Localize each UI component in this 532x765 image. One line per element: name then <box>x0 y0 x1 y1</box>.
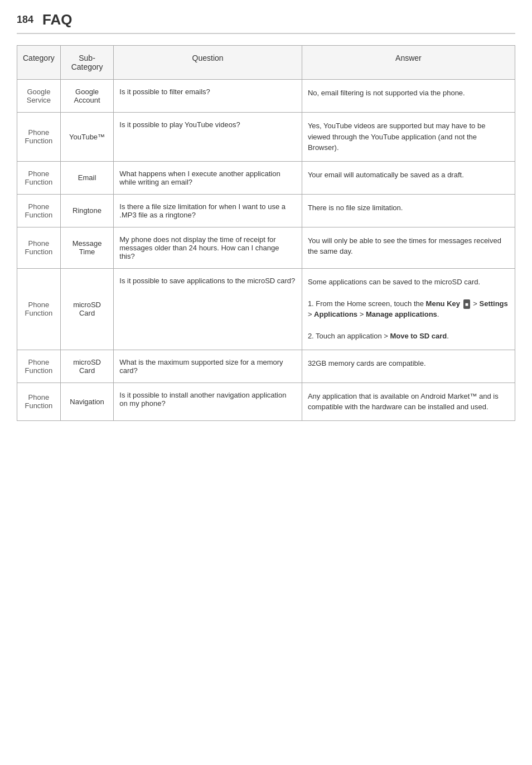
cell-answer: You will only be able to see the times f… <box>302 227 515 268</box>
faq-table: Category Sub-Category Question Answer Go… <box>17 45 515 421</box>
cell-question: My phone does not display the time of re… <box>114 227 302 268</box>
cell-category: Phone Function <box>17 227 61 268</box>
cell-subcategory: microSD Card <box>60 350 113 382</box>
table-row: Phone FunctionmicroSD CardWhat is the ma… <box>17 350 515 382</box>
table-header-row: Category Sub-Category Question Answer <box>17 46 515 80</box>
page-title: FAQ <box>42 11 72 28</box>
menu-key-icon: ■ <box>463 299 470 309</box>
table-row: Phone FunctionMessage TimeMy phone does … <box>17 227 515 268</box>
col-header-answer: Answer <box>302 46 515 80</box>
cell-category: Phone Function <box>17 113 61 162</box>
table-row: Phone FunctionEmailWhat happens when I e… <box>17 161 515 194</box>
cell-question: Is it possible to filter emails? <box>114 80 302 113</box>
cell-question: Is it possible to save applications to t… <box>114 268 302 350</box>
cell-category: Phone Function <box>17 194 61 227</box>
cell-answer: Any application that is available on And… <box>302 382 515 420</box>
cell-question: What happens when I execute another appl… <box>114 161 302 194</box>
cell-subcategory: microSD Card <box>60 268 113 350</box>
cell-answer: Yes, YouTube videos are supported but ma… <box>302 113 515 162</box>
cell-answer: Your email will automatically be saved a… <box>302 161 515 194</box>
table-row: Google ServiceGoogle AccountIs it possib… <box>17 80 515 113</box>
page-header: 184 FAQ <box>17 11 515 34</box>
cell-category: Phone Function <box>17 382 61 420</box>
cell-subcategory: Ringtone <box>60 194 113 227</box>
table-row: Phone FunctionNavigationIs it possible t… <box>17 382 515 420</box>
page-number: 184 <box>17 14 33 26</box>
cell-category: Phone Function <box>17 268 61 350</box>
table-row: Phone FunctionYouTube™Is it possible to … <box>17 113 515 162</box>
cell-subcategory: Google Account <box>60 80 113 113</box>
cell-category: Phone Function <box>17 350 61 382</box>
cell-category: Google Service <box>17 80 61 113</box>
col-header-subcategory: Sub-Category <box>60 46 113 80</box>
cell-answer: No, email filtering is not supported via… <box>302 80 515 113</box>
cell-subcategory: YouTube™ <box>60 113 113 162</box>
cell-subcategory: Message Time <box>60 227 113 268</box>
answer-text-3: 2. Touch an application > Move to SD car… <box>308 332 449 340</box>
col-header-category: Category <box>17 46 61 80</box>
cell-answer: There is no file size limitation. <box>302 194 515 227</box>
cell-question: Is there a file size limitation for when… <box>114 194 302 227</box>
cell-subcategory: Navigation <box>60 382 113 420</box>
answer-text-1: Some applications can be saved to the mi… <box>308 278 480 286</box>
cell-question: Is it possible to install another naviga… <box>114 382 302 420</box>
cell-question: Is it possible to play YouTube videos? <box>114 113 302 162</box>
answer-text-2: 1. From the Home screen, touch the Menu … <box>308 299 508 319</box>
cell-subcategory: Email <box>60 161 113 194</box>
table-row: Phone FunctionmicroSD CardIs it possible… <box>17 268 515 350</box>
col-header-question: Question <box>114 46 302 80</box>
cell-answer: Some applications can be saved to the mi… <box>302 268 515 350</box>
cell-question: What is the maximum supported size for a… <box>114 350 302 382</box>
cell-category: Phone Function <box>17 161 61 194</box>
table-row: Phone FunctionRingtoneIs there a file si… <box>17 194 515 227</box>
cell-answer: 32GB memory cards are compatible. <box>302 350 515 382</box>
